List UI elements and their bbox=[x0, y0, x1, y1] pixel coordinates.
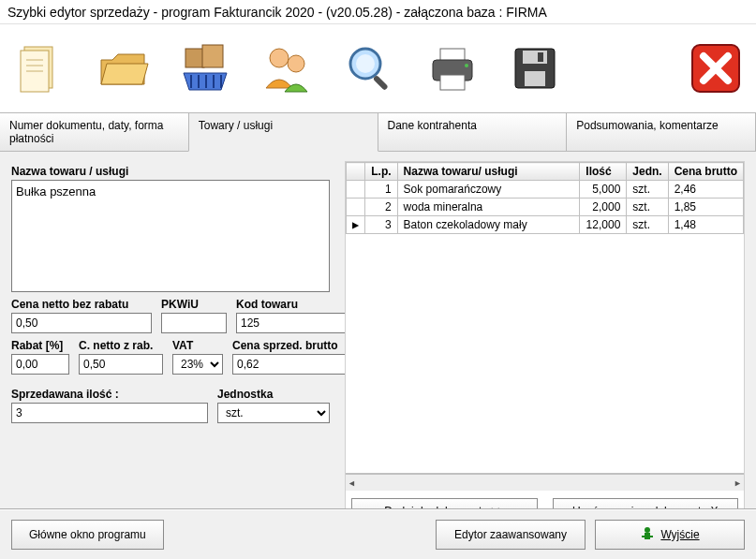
contractor-icon[interactable] bbox=[255, 36, 320, 101]
col-name[interactable]: Nazwa towaru/ usługi bbox=[397, 163, 580, 181]
vat-select[interactable]: 23% bbox=[172, 354, 223, 375]
folder-icon[interactable] bbox=[90, 36, 156, 101]
vat-label: VAT bbox=[172, 339, 223, 352]
svg-point-26 bbox=[645, 527, 650, 533]
table-row[interactable]: 2woda mineralna2,000szt.1,85 bbox=[347, 199, 744, 216]
svg-point-12 bbox=[270, 49, 289, 67]
cell-unit: szt. bbox=[627, 181, 668, 199]
footer-bar: Główne okno programu Edytor zaawansowany… bbox=[0, 508, 756, 559]
svg-rect-19 bbox=[440, 75, 465, 90]
row-pointer bbox=[347, 181, 365, 199]
tab-contractor-data[interactable]: Dane kontrahenta bbox=[378, 112, 568, 152]
svg-rect-22 bbox=[523, 51, 547, 64]
qty-label: Sprzedawana ilość : bbox=[11, 388, 208, 401]
svg-point-15 bbox=[356, 54, 375, 73]
table-row[interactable]: 1Sok pomarańczowy5,000szt.2,46 bbox=[347, 181, 744, 199]
svg-rect-5 bbox=[185, 49, 204, 67]
rabat-input[interactable] bbox=[11, 354, 69, 375]
tab-goods-services[interactable]: Towary / usługi bbox=[188, 112, 378, 152]
exit-icon bbox=[640, 526, 655, 544]
horizontal-scrollbar[interactable]: ◄► bbox=[346, 474, 744, 491]
row-pointer bbox=[347, 199, 365, 216]
product-name-input[interactable]: Bułka pszenna bbox=[11, 180, 330, 292]
cell-name: Baton czekoladowy mały bbox=[397, 216, 580, 234]
products-icon[interactable] bbox=[172, 36, 238, 101]
row-pointer: ▶ bbox=[347, 216, 365, 234]
svg-rect-29 bbox=[649, 536, 653, 537]
svg-rect-16 bbox=[373, 75, 389, 91]
svg-point-13 bbox=[288, 55, 304, 72]
window-title: Szybki edytor sprzedaży - program Faktur… bbox=[0, 0, 756, 24]
col-qty[interactable]: Ilość bbox=[580, 163, 627, 181]
cell-unit: szt. bbox=[627, 199, 668, 216]
netto-label: Cena netto bez rabatu bbox=[11, 298, 152, 311]
netto-rab-label: C. netto z rab. bbox=[79, 339, 163, 352]
toolbar bbox=[0, 24, 756, 112]
tab-summary-comments[interactable]: Podsumowania, komentarze bbox=[566, 112, 756, 152]
svg-rect-24 bbox=[538, 52, 543, 62]
cell-brutto: 1,48 bbox=[668, 216, 743, 234]
svg-point-20 bbox=[465, 64, 468, 67]
col-unit[interactable]: Jedn. bbox=[627, 163, 668, 181]
row-header-blank bbox=[347, 163, 365, 181]
col-brutto[interactable]: Cena brutto bbox=[668, 163, 743, 181]
svg-rect-6 bbox=[202, 45, 223, 67]
document-icon[interactable] bbox=[7, 36, 73, 101]
tab-document-number[interactable]: Numer dokumentu, daty, forma płatności bbox=[0, 112, 189, 152]
svg-rect-23 bbox=[525, 71, 545, 86]
cell-brutto: 1,85 bbox=[668, 199, 743, 216]
cell-qty: 12,000 bbox=[580, 216, 627, 234]
exit-button[interactable]: Wyjście bbox=[595, 520, 745, 550]
col-lp[interactable]: L.p. bbox=[365, 163, 397, 181]
cell-name: Sok pomarańczowy bbox=[397, 181, 580, 199]
unit-label: Jednostka bbox=[217, 388, 330, 401]
exit-label: Wyjście bbox=[660, 528, 699, 541]
name-label: Nazwa towaru / usługi bbox=[11, 165, 330, 178]
cell-brutto: 2,46 bbox=[668, 181, 743, 199]
main-window-button[interactable]: Główne okno programu bbox=[11, 520, 164, 550]
rabat-label: Rabat [%] bbox=[11, 339, 69, 352]
cell-lp: 2 bbox=[365, 199, 397, 216]
cell-unit: szt. bbox=[627, 216, 668, 234]
print-icon[interactable] bbox=[420, 36, 485, 101]
close-icon[interactable] bbox=[683, 36, 749, 101]
items-table[interactable]: L.p. Nazwa towaru/ usługi Ilość Jedn. Ce… bbox=[346, 162, 744, 234]
advanced-editor-button[interactable]: Edytor zaawansowany bbox=[436, 520, 586, 550]
qty-input[interactable] bbox=[11, 403, 208, 423]
cell-lp: 1 bbox=[365, 181, 397, 199]
cell-lp: 3 bbox=[365, 216, 397, 234]
tab-bar: Numer dokumentu, daty, forma płatności T… bbox=[0, 112, 756, 152]
netto-rab-input[interactable] bbox=[79, 354, 163, 375]
table-row[interactable]: ▶3Baton czekoladowy mały12,000szt.1,48 bbox=[347, 216, 744, 234]
pkwiu-input[interactable] bbox=[161, 313, 227, 333]
cell-name: woda mineralna bbox=[397, 199, 580, 216]
search-icon[interactable] bbox=[337, 36, 403, 101]
save-icon[interactable] bbox=[502, 36, 568, 101]
cell-qty: 5,000 bbox=[580, 181, 627, 199]
unit-select[interactable]: szt. bbox=[217, 403, 330, 423]
pkwiu-label: PKWiU bbox=[161, 298, 227, 311]
svg-rect-28 bbox=[642, 536, 645, 537]
cell-qty: 2,000 bbox=[580, 199, 627, 216]
netto-input[interactable] bbox=[11, 313, 152, 333]
